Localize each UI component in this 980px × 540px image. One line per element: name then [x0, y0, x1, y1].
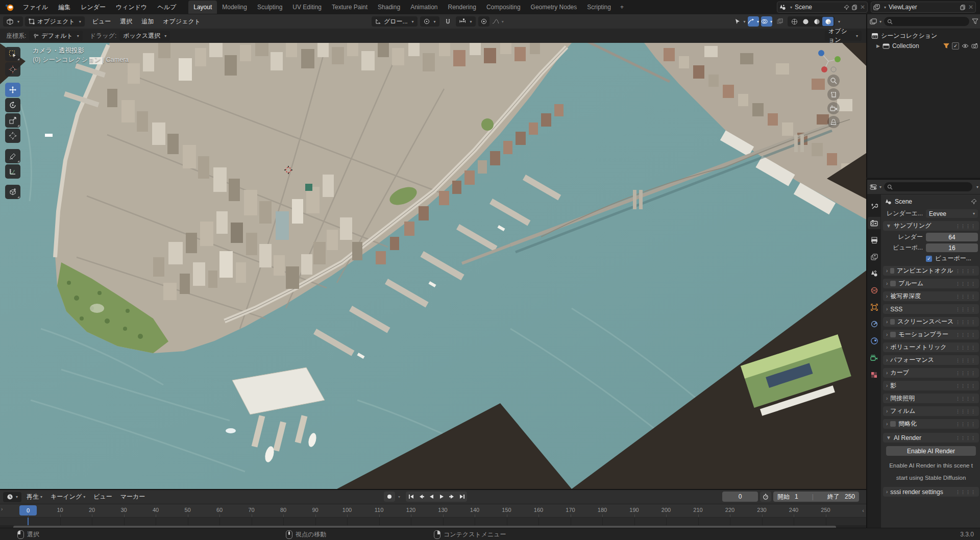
show-gizmo-dropdown[interactable]: ▾: [734, 16, 746, 27]
tab-physics[interactable]: [868, 335, 880, 347]
timeline-menu-キーイング[interactable]: キーイング▾: [46, 493, 89, 501]
sampling-value-field[interactable]: 64: [926, 233, 978, 241]
collection-filter-icon[interactable]: [943, 43, 949, 49]
zoom-view-button[interactable]: [827, 75, 840, 87]
pivot-point-dropdown[interactable]: ▾: [420, 16, 439, 27]
panel-フィルム[interactable]: ›フィルム⋮⋮⋮⋮: [883, 406, 979, 416]
panel-ai-render[interactable]: ▼ AI Render ⋮⋮⋮⋮: [883, 433, 979, 443]
tab-object-data[interactable]: [868, 352, 880, 364]
snap-toggle[interactable]: [442, 16, 453, 27]
camera-view-button[interactable]: [827, 102, 840, 114]
play-button[interactable]: [436, 492, 447, 502]
timeline-editor-button[interactable]: ▾: [3, 492, 21, 502]
snap-target-dropdown[interactable]: ▾: [456, 16, 476, 27]
jump-to-end-button[interactable]: [457, 492, 467, 502]
panel-アンビエントオクルージョン[interactable]: ›アンビエントオクルージョン⋮⋮⋮⋮: [883, 266, 979, 276]
tab-render[interactable]: [868, 217, 880, 229]
workspace-tab-rendering[interactable]: Rendering: [443, 1, 481, 14]
sampling-value-field[interactable]: 16: [926, 243, 978, 252]
move-tool[interactable]: [5, 83, 20, 97]
overlays-toggle[interactable]: ▾: [761, 16, 772, 27]
timeline-menu-マーカー[interactable]: マーカー: [116, 493, 150, 501]
new-scene-icon[interactable]: [852, 5, 857, 10]
workspace-tab-compositing[interactable]: Compositing: [481, 1, 526, 14]
shading-wireframe-button[interactable]: [789, 17, 800, 26]
timeline-track[interactable]: [0, 518, 866, 525]
remove-viewlayer-icon[interactable]: ✕: [968, 4, 973, 11]
auto-keyframe-button[interactable]: [384, 492, 395, 502]
blender-logo-icon[interactable]: [5, 4, 14, 11]
editor-type-button[interactable]: ▾: [3, 16, 23, 27]
options-dropdown[interactable]: オプション ▾: [825, 31, 862, 41]
outliner-filter-button[interactable]: [972, 18, 978, 24]
timeline-menu-ビュー[interactable]: ビュー: [89, 493, 116, 501]
workspace-tab-sculpting[interactable]: Sculpting: [252, 1, 287, 14]
enable-ai-render-button[interactable]: Enable AI Render: [886, 446, 976, 456]
viewport-menu-ビュー[interactable]: ビュー: [88, 17, 116, 26]
menu-ウィンドウ[interactable]: ウィンドウ: [111, 3, 152, 12]
panel-カーブ[interactable]: ›カーブ⋮⋮⋮⋮: [883, 368, 979, 378]
shading-rendered-button[interactable]: [822, 17, 834, 26]
render-visibility-camera-icon[interactable]: [971, 43, 978, 48]
outliner-editor-button[interactable]: ▾: [870, 18, 881, 25]
panel-checkbox[interactable]: [890, 281, 896, 286]
workspace-tab-scripting[interactable]: Scripting: [582, 1, 616, 14]
pin-icon[interactable]: [844, 5, 849, 10]
timeline-menu-再生[interactable]: 再生▾: [22, 493, 46, 501]
viewport-menu-追加[interactable]: 追加: [137, 17, 158, 26]
panel-影[interactable]: ›影⋮⋮⋮⋮: [883, 381, 979, 390]
transform-orientation-dropdown[interactable]: グロー...▾: [372, 16, 418, 27]
panel-SSS[interactable]: ›SSS⋮⋮⋮⋮: [883, 304, 979, 314]
properties-options-dropdown[interactable]: ▾: [976, 185, 978, 189]
shading-material-button[interactable]: [811, 17, 822, 26]
transform-tool[interactable]: [5, 129, 20, 143]
navigation-gizmo[interactable]: [814, 47, 843, 76]
panel-checkbox[interactable]: [890, 332, 896, 337]
gizmos-toggle[interactable]: ▾: [748, 16, 759, 27]
tab-texture[interactable]: [868, 369, 880, 381]
properties-search-input[interactable]: [884, 182, 972, 191]
panel-checkbox[interactable]: [890, 268, 894, 274]
unlink-scene-icon[interactable]: ✕: [860, 4, 865, 11]
panel-間接照明[interactable]: ›間接照明⋮⋮⋮⋮: [883, 394, 979, 403]
workspace-tab-shading[interactable]: Shading: [373, 1, 405, 14]
cursor-tool[interactable]: [5, 62, 20, 77]
keying-set-dropdown[interactable]: ▾: [398, 495, 400, 499]
current-frame-indicator[interactable]: 0: [19, 505, 37, 516]
jump-to-start-button[interactable]: [406, 492, 416, 502]
collection-checkbox[interactable]: ✓: [952, 42, 959, 50]
panel-モーションブラー[interactable]: ›モーションブラー⋮⋮⋮⋮: [883, 330, 979, 339]
add-workspace-button[interactable]: +: [616, 4, 628, 11]
scene-collection-row[interactable]: シーンコレクション: [867, 31, 980, 41]
panel-簡略化[interactable]: ›簡略化⋮⋮⋮⋮: [883, 419, 979, 429]
panel-checkbox[interactable]: [890, 421, 896, 427]
tab-viewlayer[interactable]: [868, 251, 880, 263]
tab-world[interactable]: [868, 284, 880, 297]
timeline-ruler[interactable]: 0102030405060708090100110120130140150160…: [0, 504, 866, 518]
next-keyframe-button[interactable]: [447, 492, 457, 502]
frame-range-fields[interactable]: 開始1 | 終了250: [773, 492, 859, 502]
panel-ボリューメトリック[interactable]: ›ボリューメトリック⋮⋮⋮⋮: [883, 342, 979, 352]
prev-keyframe-button[interactable]: [416, 492, 426, 502]
viewport-menu-オブジェクト[interactable]: オブジェクト: [158, 17, 205, 26]
shading-dropdown[interactable]: ▾: [838, 19, 840, 24]
timeline-scroll-indicator[interactable]: ‹: [862, 507, 864, 513]
add-cube-tool[interactable]: [5, 185, 20, 199]
scale-tool[interactable]: [5, 113, 20, 128]
workspace-tab-uv-editing[interactable]: UV Editing: [287, 1, 327, 14]
perspective-toggle-button[interactable]: [827, 116, 840, 128]
panel-パフォーマンス[interactable]: ›パフォーマンス⋮⋮⋮⋮: [883, 355, 979, 365]
tab-constraints[interactable]: [868, 318, 880, 330]
proportional-editing-toggle[interactable]: [478, 16, 489, 27]
menu-ファイル[interactable]: ファイル: [18, 3, 53, 12]
panel-ai-render-settings[interactable]: › sssi render settings ⋮⋮⋮⋮: [883, 487, 979, 497]
panel-被写界深度[interactable]: ›被写界深度⋮⋮⋮⋮: [883, 291, 979, 301]
shading-solid-button[interactable]: [800, 17, 811, 26]
tab-scene[interactable]: [868, 267, 880, 280]
viewport-denoise-checkbox[interactable]: ✓: [926, 256, 932, 262]
proportional-falloff-dropdown[interactable]: ▾: [492, 16, 504, 27]
viewport-menu-選択[interactable]: 選択: [115, 17, 137, 26]
viewport-3d[interactable]: カメラ・透視投影 (0) シーンコレクション | Camera: [0, 43, 866, 489]
eye-icon[interactable]: [962, 43, 969, 48]
timeline-expand-arrow[interactable]: ›: [1, 506, 3, 512]
